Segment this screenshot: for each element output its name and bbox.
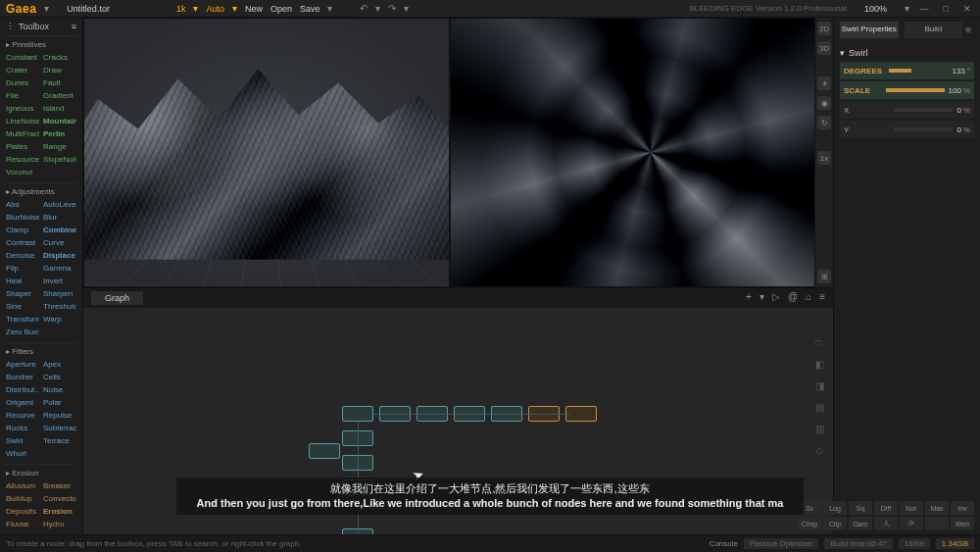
tool-warp[interactable]: Warp bbox=[43, 313, 76, 326]
brp-inv[interactable]: Inv bbox=[951, 501, 974, 515]
tool-hydro[interactable]: Hydro bbox=[43, 518, 76, 530]
prop-row-y[interactable]: Y0% bbox=[840, 121, 974, 138]
tool-cracks[interactable]: Cracks bbox=[43, 51, 76, 64]
gsi-b[interactable]: ▥ bbox=[815, 424, 827, 435]
status-optimizer[interactable]: Passive Optimizer bbox=[744, 538, 818, 549]
tool-blur[interactable]: Blur bbox=[43, 211, 76, 224]
tool-mountain[interactable]: Mountain bbox=[43, 115, 76, 127]
prop-slider[interactable] bbox=[894, 108, 953, 112]
tool-transform[interactable]: Transform bbox=[6, 313, 39, 326]
tool-repulse[interactable]: Repulse bbox=[43, 409, 76, 422]
tool-combine[interactable]: Combine bbox=[43, 224, 76, 236]
tool-threshold[interactable]: Threshold bbox=[43, 300, 76, 313]
graph-add-icon[interactable]: + bbox=[746, 291, 752, 302]
tool-constant[interactable]: Constant bbox=[6, 51, 39, 64]
gsi-layout[interactable]: ◨ bbox=[815, 380, 827, 392]
vp-btn-eye[interactable]: ◉ bbox=[817, 96, 831, 110]
tool-clamp[interactable]: Clamp bbox=[6, 224, 39, 236]
tool-flip[interactable]: Flip bbox=[6, 262, 39, 275]
tool-buildup[interactable]: Buildup bbox=[6, 492, 39, 505]
tool-zero bord..[interactable]: Zero Bord.. bbox=[6, 326, 39, 338]
menu-open[interactable]: Open bbox=[270, 4, 292, 14]
gsi-a[interactable]: ▤ bbox=[815, 402, 827, 414]
app-logo[interactable]: Gaea bbox=[6, 2, 36, 16]
tool-alluvium[interactable]: Alluvium bbox=[6, 479, 39, 492]
auto-mode[interactable]: Auto bbox=[206, 4, 224, 14]
tool-aperture[interactable]: Aperture bbox=[6, 358, 39, 371]
brp-web[interactable]: Web bbox=[951, 517, 974, 530]
toolbox-header[interactable]: ⋮ Toolbox ≡ bbox=[6, 22, 76, 31]
tool-blurnoise[interactable]: BlurNoise bbox=[6, 211, 39, 224]
prop-slider[interactable] bbox=[889, 69, 948, 73]
brp-mas[interactable]: Mas bbox=[925, 501, 949, 515]
undo-caret[interactable]: ▾ bbox=[375, 3, 380, 14]
tool-contrast[interactable]: Contrast bbox=[6, 236, 39, 249]
graph-node[interactable] bbox=[309, 443, 340, 459]
category-erosion[interactable]: ▸ Erosion bbox=[6, 464, 76, 479]
window-minimize[interactable]: — bbox=[917, 4, 931, 14]
tool-apex[interactable]: Apex bbox=[43, 358, 76, 371]
tool-fluvial[interactable]: Fluvial bbox=[6, 518, 39, 530]
tool-perlin[interactable]: Perlin bbox=[43, 127, 76, 140]
brp-blank[interactable] bbox=[925, 517, 949, 530]
tool-shaper[interactable]: Shaper bbox=[6, 287, 39, 300]
brp-diff[interactable]: Diff bbox=[874, 501, 898, 515]
tool-convector[interactable]: Convector bbox=[43, 492, 76, 505]
window-maximize[interactable]: □ bbox=[939, 4, 953, 14]
tool-file[interactable]: File bbox=[6, 89, 39, 102]
category-primitives[interactable]: ▸ Primitives bbox=[6, 35, 76, 51]
zoom-level[interactable]: 100% bbox=[864, 4, 887, 14]
zoom-caret[interactable]: ▾ bbox=[905, 3, 909, 14]
tool-noise[interactable]: Noise bbox=[43, 383, 76, 396]
tool-displace[interactable]: Displace bbox=[43, 249, 76, 262]
tool-dunes[interactable]: Dunes bbox=[6, 76, 39, 89]
tool-terrace[interactable]: Terrace bbox=[43, 434, 76, 447]
graph-tab[interactable]: Graph bbox=[91, 291, 143, 305]
auto-caret[interactable]: ▾ bbox=[232, 3, 237, 14]
menu-save[interactable]: Save bbox=[300, 4, 320, 14]
vp-btn-3d[interactable]: 3D bbox=[817, 41, 831, 55]
redo-caret[interactable]: ▾ bbox=[404, 3, 409, 14]
tool-slopenoise[interactable]: SlopeNoise bbox=[43, 153, 76, 166]
undo-icon[interactable]: ↶ bbox=[360, 3, 368, 14]
tool-subterrace[interactable]: Subterrace bbox=[43, 422, 76, 434]
tool-sine[interactable]: Sine bbox=[6, 300, 39, 313]
tool-curve[interactable]: Curve bbox=[43, 236, 76, 249]
prop-row-scale[interactable]: SCALE100% bbox=[840, 81, 974, 99]
tool-whorl[interactable]: Whorl bbox=[6, 447, 39, 460]
tool-denoise[interactable]: Denoise bbox=[6, 249, 39, 262]
tool-gamma[interactable]: Gamma bbox=[43, 262, 76, 275]
tool-heal[interactable]: Heal bbox=[6, 275, 39, 287]
tool-range[interactable]: Range bbox=[43, 140, 76, 153]
tool-cells[interactable]: Cells bbox=[43, 371, 76, 383]
tool-breaker[interactable]: Breaker bbox=[43, 479, 76, 492]
brp-人[interactable]: 人 bbox=[874, 517, 898, 530]
prop-row-degrees[interactable]: DEGREES133° bbox=[840, 62, 974, 79]
tool-island[interactable]: Island bbox=[43, 102, 76, 115]
graph-node-active[interactable] bbox=[565, 406, 597, 422]
brp-sq[interactable]: Sq bbox=[849, 501, 872, 515]
vp-btn-grid[interactable]: ⊞ bbox=[817, 270, 831, 283]
brp-log[interactable]: Log bbox=[823, 501, 847, 515]
menu-new[interactable]: New bbox=[245, 4, 263, 14]
graph-menu-icon[interactable]: ≡ bbox=[819, 291, 825, 302]
doc-name[interactable]: Untitled.tor bbox=[67, 4, 110, 14]
tool-recurve[interactable]: Recurve bbox=[6, 409, 39, 422]
tool-invert[interactable]: Invert bbox=[43, 275, 76, 287]
prop-menu-icon[interactable]: ≡ bbox=[962, 22, 974, 38]
tool-abs[interactable]: Abs bbox=[6, 198, 39, 211]
graph-at-icon[interactable]: @ bbox=[788, 291, 798, 302]
tool-voronoi[interactable]: Voronoi bbox=[6, 166, 39, 178]
toolbox-menu-icon[interactable]: ≡ bbox=[72, 22, 76, 31]
tool-erosion[interactable]: Erosion bbox=[43, 505, 76, 518]
brp-clip[interactable]: Clip bbox=[823, 517, 847, 530]
tool-swirl[interactable]: Swirl bbox=[6, 434, 39, 447]
save-caret[interactable]: ▾ bbox=[327, 3, 332, 14]
gsi-zoom[interactable]: ◧ bbox=[815, 359, 827, 371]
viewport-3d-right[interactable] bbox=[450, 18, 816, 287]
tool-polar[interactable]: Polar bbox=[43, 396, 76, 409]
category-filters[interactable]: ▸ Filters bbox=[6, 342, 76, 358]
tool-linenoise[interactable]: LineNoise bbox=[6, 115, 39, 127]
tool-autolevel[interactable]: AutoLevel bbox=[43, 198, 76, 211]
graph-node[interactable] bbox=[342, 406, 373, 422]
